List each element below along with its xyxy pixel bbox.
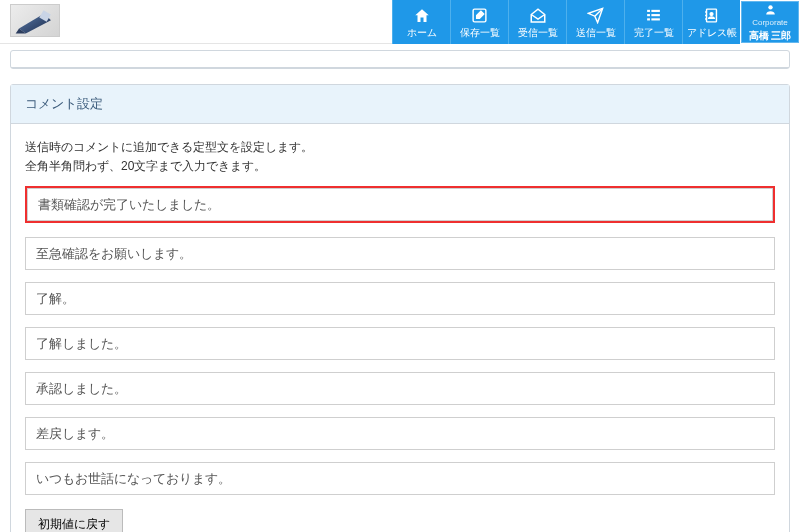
nav-label: アドレス帳: [687, 28, 737, 38]
nav-label: 完了一覧: [634, 28, 674, 38]
template-input-2[interactable]: [25, 282, 775, 315]
nav-label: 保存一覧: [460, 28, 500, 38]
template-input-3[interactable]: [25, 327, 775, 360]
list-icon: [645, 7, 662, 25]
address-book-icon: [703, 7, 720, 25]
send-icon: [587, 7, 604, 25]
user-icon: [764, 4, 777, 16]
svg-point-12: [768, 5, 772, 9]
section-description: 送信時のコメントに追加できる定型文を設定します。 全角半角問わず、20文字まで入…: [25, 138, 775, 176]
section-body: 送信時のコメントに追加できる定型文を設定します。 全角半角問わず、20文字まで入…: [11, 124, 789, 532]
user-corporate: Corporate: [752, 19, 788, 27]
home-icon: [413, 7, 431, 25]
nav-user[interactable]: Corporate 高橋 三郎: [740, 0, 800, 44]
envelope-open-icon: [529, 7, 547, 25]
nav-label: 受信一覧: [518, 28, 558, 38]
section-title: コメント設定: [11, 85, 789, 124]
template-input-4[interactable]: [25, 372, 775, 405]
highlighted-input-wrap: [25, 186, 775, 223]
reset-button[interactable]: 初期値に戻す: [25, 509, 123, 532]
svg-rect-4: [647, 10, 650, 12]
pen-icon: [14, 8, 56, 34]
user-name: 高橋 三郎: [749, 31, 792, 41]
nav-sent[interactable]: 送信一覧: [566, 0, 624, 44]
nav-label: 送信一覧: [576, 28, 616, 38]
svg-rect-9: [651, 18, 660, 20]
svg-rect-7: [651, 14, 660, 16]
comment-settings-section: コメント設定 送信時のコメントに追加できる定型文を設定します。 全角半角問わず、…: [10, 84, 790, 532]
template-input-1[interactable]: [25, 237, 775, 270]
svg-rect-5: [651, 10, 660, 12]
main-nav: ホーム 保存一覧 受信一覧 送信一覧 完了一覧: [392, 0, 800, 44]
svg-rect-8: [647, 18, 650, 20]
reset-row: 初期値に戻す: [25, 509, 775, 532]
app-logo: [10, 4, 60, 37]
template-inputs: [25, 237, 775, 507]
nav-inbox[interactable]: 受信一覧: [508, 0, 566, 44]
template-input-6[interactable]: [25, 462, 775, 495]
top-bar: ホーム 保存一覧 受信一覧 送信一覧 完了一覧: [0, 0, 800, 44]
template-input-0[interactable]: [27, 188, 773, 221]
template-input-5[interactable]: [25, 417, 775, 450]
edit-icon: [471, 7, 488, 25]
nav-home[interactable]: ホーム: [392, 0, 450, 44]
svg-point-11: [710, 13, 713, 16]
nav-address[interactable]: アドレス帳: [682, 0, 740, 44]
nav-label: ホーム: [407, 28, 437, 38]
desc-line2: 全角半角問わず、20文字まで入力できます。: [25, 157, 775, 176]
nav-saved[interactable]: 保存一覧: [450, 0, 508, 44]
desc-line1: 送信時のコメントに追加できる定型文を設定します。: [25, 138, 775, 157]
svg-rect-6: [647, 14, 650, 16]
nav-done[interactable]: 完了一覧: [624, 0, 682, 44]
upper-panel: [10, 50, 790, 69]
